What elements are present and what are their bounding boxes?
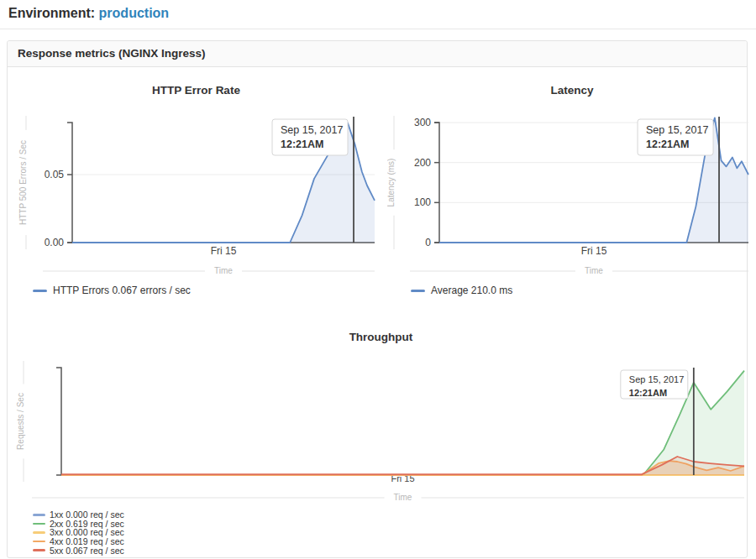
legend-swatch-2xx [33,523,45,525]
svg-text:0.00: 0.00 [45,237,65,248]
environment-label: Environment: [8,6,95,20]
svg-text:Time: Time [214,266,233,275]
svg-text:0: 0 [425,237,431,248]
chart-latency: Latency Latency (ms)Time0100200300Fri 15… [387,81,756,296]
legend-row: 4xx 0.019 req / sec [33,537,753,546]
legend-swatch-3xx [33,531,45,534]
latency-plot[interactable]: Latency (ms)Time0100200300Fri 15Sep 15, … [387,100,756,280]
legend-row: 5xx 0.067 req / sec [33,546,753,555]
legend-swatch-http-errors [33,290,47,292]
legend-row: Average 210.0 ms [411,285,756,296]
svg-text:12:21AM: 12:21AM [646,138,689,150]
header-divider [0,29,756,29]
chart-title-throughput: Throughput [9,328,753,347]
svg-text:Requests / Sec: Requests / Sec [16,393,25,450]
panel-header: Response metrics (NGINX Ingress) [8,41,747,67]
svg-text:Latency (ms): Latency (ms) [387,159,396,207]
svg-text:Sep 15, 2017: Sep 15, 2017 [629,374,684,384]
legend-swatch-1xx [33,514,45,516]
legend-row: 1xx 0.000 req / sec [33,510,753,520]
svg-text:200: 200 [414,157,431,169]
svg-text:Sep 15, 2017: Sep 15, 2017 [646,124,708,136]
http-error-rate-plot[interactable]: HTTP 500 Errors / SecTime0.000.05Fri 15S… [9,100,383,280]
throughput-legend: 1xx 0.000 req / sec 2xx 0.619 req / sec … [9,510,753,555]
legend-row: 3xx 0.000 req / sec [33,528,753,537]
chart-http-error-rate: HTTP Error Rate HTTP 500 Errors / SecTim… [9,81,383,296]
latency-legend: Average 210.0 ms [387,285,756,296]
metrics-panel: Response metrics (NGINX Ingress) HTTP Er… [7,40,748,558]
legend-swatch-average [411,290,425,292]
svg-text:Time: Time [585,266,603,275]
svg-text:HTTP 500 Errors / Sec: HTTP 500 Errors / Sec [18,140,28,225]
environment-header: Environment: production [8,6,169,21]
http-error-rate-legend: HTTP Errors 0.067 errors / sec [9,285,383,296]
svg-text:Fri 15: Fri 15 [581,245,607,257]
chart-title-latency: Latency [387,81,756,100]
chart-throughput: Throughput Requests / SecTimeFri 15Sep 1… [9,328,753,555]
svg-text:Time: Time [394,493,412,502]
legend-label-5xx: 5xx 0.067 req / sec [50,546,124,556]
svg-text:Fri 15: Fri 15 [211,245,237,257]
svg-text:100: 100 [414,196,431,208]
legend-swatch-5xx [33,549,45,551]
legend-swatch-4xx [33,541,45,543]
svg-text:0.05: 0.05 [45,169,65,180]
legend-row: HTTP Errors 0.067 errors / sec [33,285,383,296]
throughput-plot[interactable]: Requests / SecTimeFri 15Sep 15, 201712:2… [9,347,753,508]
svg-text:12:21AM: 12:21AM [629,388,667,398]
legend-label-http-errors: HTTP Errors 0.067 errors / sec [53,285,191,296]
legend-label-average: Average 210.0 ms [431,285,512,296]
svg-text:300: 300 [414,117,431,128]
environment-link[interactable]: production [99,6,170,20]
panel-title: Response metrics (NGINX Ingress) [18,47,206,60]
legend-row: 2xx 0.619 req / sec [33,520,753,529]
svg-text:12:21AM: 12:21AM [281,138,323,150]
svg-text:Sep 15, 2017: Sep 15, 2017 [281,124,343,136]
panel-body: HTTP Error Rate HTTP 500 Errors / SecTim… [8,67,747,558]
chart-title-http-error-rate: HTTP Error Rate [9,81,383,100]
